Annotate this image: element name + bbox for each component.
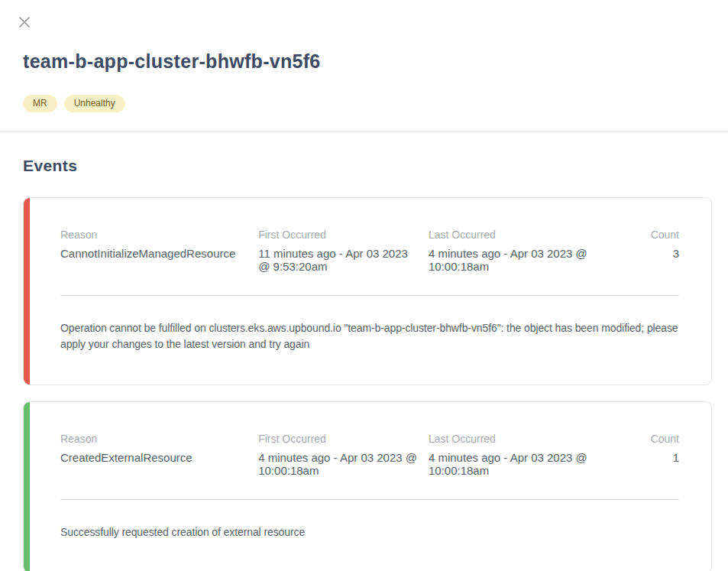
column-header-reason: Reason bbox=[60, 433, 258, 451]
close-button[interactable] bbox=[18, 15, 31, 29]
events-heading: Events bbox=[23, 157, 77, 175]
column-header-reason: Reason bbox=[60, 229, 258, 247]
event-first-occurred: 4 minutes ago - Apr 03 2023 @ 10:00:18am bbox=[258, 451, 429, 477]
event-message: Successfully requested creation of exter… bbox=[60, 524, 679, 540]
column-header-last-occurred: Last Occurred bbox=[429, 229, 599, 247]
event-last-occurred: 4 minutes ago - Apr 03 2023 @ 10:00:18am bbox=[429, 451, 599, 477]
event-count: 3 bbox=[599, 247, 679, 273]
event-message: Operation cannot be fulfilled on cluster… bbox=[60, 320, 679, 352]
event-last-occurred: 4 minutes ago - Apr 03 2023 @ 10:00:18am bbox=[429, 247, 599, 273]
card-divider bbox=[60, 295, 679, 296]
column-header-count: Count bbox=[599, 433, 679, 451]
event-reason: CannotInitializeManagedResource bbox=[60, 247, 258, 273]
events-list: Reason First Occurred Last Occurred Coun… bbox=[23, 197, 712, 571]
table-row: CreatedExternalResource 4 minutes ago - … bbox=[60, 451, 679, 477]
table-row: CannotInitializeManagedResource 11 minut… bbox=[60, 247, 679, 273]
event-table: Reason First Occurred Last Occurred Coun… bbox=[60, 433, 679, 477]
health-status-badge: Unhealthy bbox=[64, 95, 125, 112]
event-card-success: Reason First Occurred Last Occurred Coun… bbox=[23, 401, 712, 571]
resource-detail-drawer: team-b-app-cluster-bhwfb-vn5f6 MR Unheal… bbox=[0, 0, 728, 571]
event-reason: CreatedExternalResource bbox=[60, 451, 258, 477]
page-title: team-b-app-cluster-bhwfb-vn5f6 bbox=[23, 50, 321, 73]
column-header-last-occurred: Last Occurred bbox=[429, 433, 599, 451]
event-card-error: Reason First Occurred Last Occurred Coun… bbox=[23, 197, 712, 385]
column-header-first-occurred: First Occurred bbox=[258, 433, 429, 451]
header-divider bbox=[0, 131, 728, 132]
event-table: Reason First Occurred Last Occurred Coun… bbox=[60, 229, 679, 273]
card-divider bbox=[60, 499, 679, 500]
event-status-strip-success bbox=[24, 402, 30, 571]
event-count: 1 bbox=[599, 451, 679, 477]
column-header-count: Count bbox=[599, 229, 679, 247]
event-first-occurred: 11 minutes ago - Apr 03 2023 @ 9:53:20am bbox=[258, 247, 429, 273]
kind-badge: MR bbox=[23, 95, 57, 112]
badge-row: MR Unhealthy bbox=[23, 95, 125, 112]
close-icon bbox=[18, 16, 31, 28]
column-header-first-occurred: First Occurred bbox=[258, 229, 429, 247]
event-status-strip-error bbox=[24, 198, 30, 384]
